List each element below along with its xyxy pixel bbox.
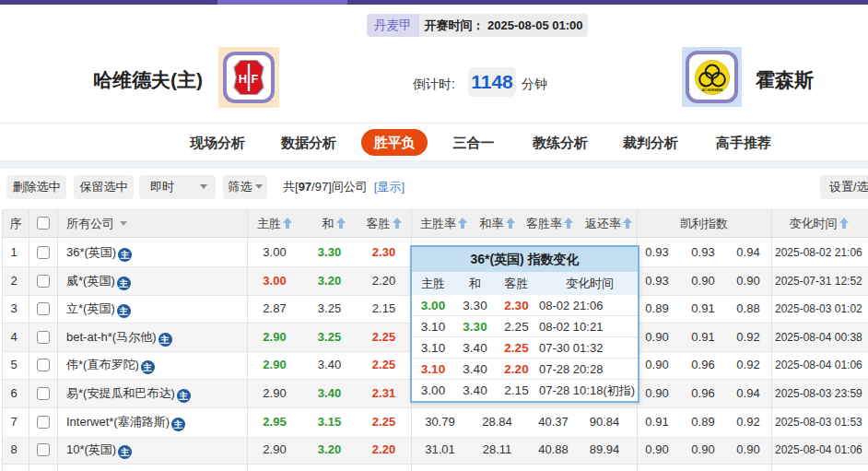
svg-text:H: H xyxy=(239,72,247,86)
svg-text:AC HORSENS: AC HORSENS xyxy=(701,88,722,91)
svg-text:F: F xyxy=(252,72,259,86)
